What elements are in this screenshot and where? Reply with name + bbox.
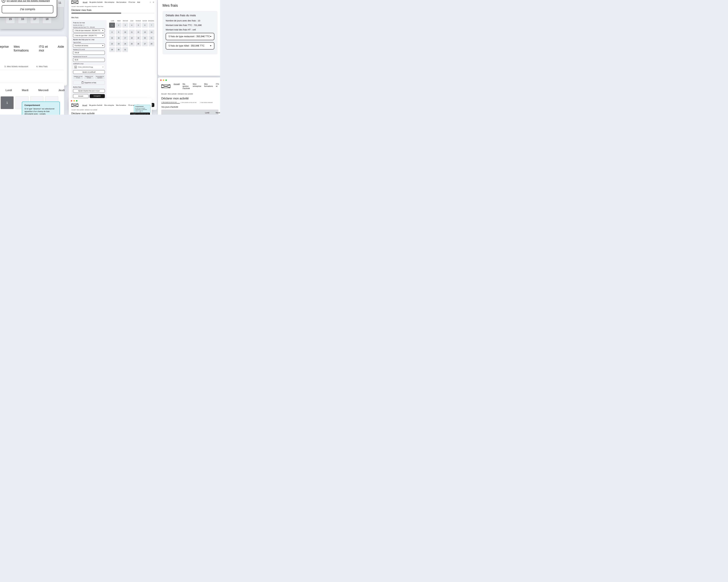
nav-item[interactable]: Mes formations (116, 105, 126, 106)
trash-icon (82, 82, 83, 84)
calendar-day[interactable]: 2 (116, 23, 122, 28)
calendar-day[interactable]: 12 (135, 30, 141, 35)
dropdown-label: 5 frais de type hôtel : 350,94€ TTC (168, 45, 204, 47)
step-label[interactable]: 3. Mes tickets restaurant (200, 102, 218, 103)
dropdown-label: 5 frais de type restaurant : 350,94€ TTC (168, 35, 210, 38)
nav-item[interactable]: ITG et moi (128, 1, 135, 3)
user-icon[interactable]: ☺ (153, 1, 154, 3)
day-label: Lundi (5, 89, 12, 92)
max-dot-icon[interactable] (76, 100, 77, 102)
day-label: Mardi (216, 112, 220, 114)
calendar-day[interactable]: 5 (135, 23, 141, 28)
fee-type-select[interactable]: Fourniture de bureau (73, 44, 105, 48)
nav-item[interactable]: Ma gestion d'activité (89, 105, 102, 106)
page-title: Mes frais (162, 3, 220, 8)
section-title: Vos jours d'activité (161, 106, 218, 108)
calendar-day[interactable]: 22 (109, 41, 115, 46)
min-dot-icon[interactable] (163, 79, 164, 81)
nav-item[interactable]: ITG et (216, 83, 219, 89)
calendar-day[interactable]: 1 (109, 23, 115, 28)
add-proof-button[interactable]: Ajouter un justificatif (73, 70, 105, 74)
day-label: Mardi (115, 20, 122, 22)
dropdown-label: 1 frais de type restaurant : 250,94€ TTC (75, 30, 100, 31)
fee-dropdown-hotel[interactable]: 1 frais de type hôtel : 100,00€ TTC (73, 34, 105, 37)
close-dot-icon[interactable] (160, 79, 162, 81)
calendar-day[interactable]: 31 (122, 47, 128, 52)
nav-item[interactable]: Ma gestion d'activité (89, 1, 103, 3)
calendar-day[interactable]: 9 (116, 30, 122, 35)
calendar-day[interactable]: 13 (142, 30, 148, 35)
calendar-day[interactable]: 18 (129, 35, 134, 40)
summary-line: Montant total des frais HT : xx€ (166, 28, 214, 31)
nav-item[interactable]: Mes formations (14, 45, 34, 52)
calendar-day[interactable]: 25 (129, 41, 134, 46)
calendar-day[interactable]: 17 (122, 35, 128, 40)
duplicate-month-button[interactable]: Dupliquer sur tout le mois (73, 75, 83, 79)
duplicate-week-button[interactable]: Dupliquer sur la semaine (84, 75, 94, 79)
day-label: Dimanche (148, 20, 154, 22)
calendar-day[interactable]: 28 (149, 41, 154, 46)
calendar-day[interactable]: 7 (149, 23, 154, 28)
custom-duplicate-button[interactable]: Personnaliser la duplication (95, 75, 105, 79)
save-continue-pill[interactable]: Enregistrer et poursuivre plus tard (130, 113, 150, 115)
input-value: 40,45 (75, 59, 78, 61)
calendar-day[interactable]: 16 (116, 35, 122, 40)
calendar-day[interactable]: 27 (142, 41, 148, 46)
delete-fee-button[interactable]: Supprimer ce frais (73, 81, 105, 85)
nav-item[interactable]: Mes formations (116, 1, 126, 3)
step-label[interactable]: 2. Mon activité du mois de mai (181, 102, 199, 103)
amount-tva-input[interactable]: 40,45 (73, 58, 105, 62)
summary-dropdown-hotel[interactable]: 5 frais de type hôtel : 350,94€ TTC (166, 42, 214, 50)
save-button[interactable]: Enregistrer (90, 94, 105, 98)
nav-item[interactable]: Ma gestion d'activité (183, 83, 190, 89)
min-dot-icon[interactable] (73, 100, 75, 102)
close-dot-icon[interactable] (71, 100, 72, 102)
calendar-day[interactable]: 4 (129, 23, 134, 28)
calendar-day[interactable]: 21 (149, 35, 154, 40)
calendar-cell[interactable]: 1 (1, 96, 14, 109)
bell-icon[interactable]: ♤ (150, 1, 151, 3)
calendar-day[interactable]: 24 (122, 41, 128, 46)
calendar-day[interactable]: 11 (129, 30, 134, 35)
progress-bar (71, 13, 154, 13)
calendar-day[interactable]: 20 (142, 35, 148, 40)
calendar-day[interactable]: 14 (149, 30, 154, 35)
calendar-day[interactable]: 3 (122, 23, 128, 28)
remove-file-icon[interactable]: ✕ (102, 66, 104, 68)
nav-item[interactable]: Aide (58, 45, 64, 52)
nav-item[interactable]: Mes formations (204, 83, 213, 89)
nav-item[interactable]: Aide (137, 1, 140, 3)
note-body: Au clic sur le bouton Paramètres, le pan… (135, 108, 149, 112)
nav-item[interactable]: Mon entreprise (104, 105, 114, 106)
nav-item[interactable]: Accueil (174, 83, 180, 89)
add-other-fee-button[interactable]: Ajouter d'autres frais pour ce jour (73, 89, 105, 93)
amount-ttc-input[interactable]: 244,48 (73, 51, 105, 55)
nav-item[interactable]: Mon entreprise (105, 1, 114, 3)
summary-dropdown-restaurant[interactable]: 5 frais de type restaurant : 350,94€ TTC (166, 33, 214, 40)
calendar-day[interactable]: 29 (109, 47, 115, 52)
nav-item[interactable]: Accueil (83, 1, 87, 3)
calendar-day[interactable]: 10 (122, 30, 128, 35)
step-label[interactable]: 1. Mon travail du mois de mai (161, 102, 180, 104)
fee-dropdown-restaurant[interactable]: 1 frais de type restaurant : 250,94€ TTC (73, 29, 105, 32)
nav-item[interactable]: eprise (0, 45, 9, 52)
max-dot-icon[interactable] (165, 79, 167, 81)
nav-item[interactable]: Mon entreprise (193, 83, 201, 89)
calendar-day[interactable]: 6 (142, 23, 148, 28)
calendar-day[interactable]: 23 (116, 41, 122, 46)
calendar-day[interactable]: 30 (116, 47, 122, 52)
calendar-day[interactable]: 19 (135, 35, 141, 40)
annotation-note: Comportement Si le type "absence" est sé… (22, 102, 60, 115)
header-fragment: eprise Mes formations ITG et moi Aide 3.… (0, 36, 67, 86)
logo-placeholder (71, 1, 78, 4)
understood-button[interactable]: J'ai compris (2, 5, 53, 13)
calendar-day[interactable]: 15 (109, 35, 115, 40)
cancel-button[interactable]: Annuler (73, 94, 88, 98)
calendar-day[interactable]: 26 (135, 41, 141, 46)
logo-placeholder (161, 85, 171, 88)
fee-count: Nombre de frais : 2 (73, 24, 105, 26)
nav-item[interactable]: Accueil (82, 105, 87, 106)
learn-more-link[interactable]: En savoir plus sur les tickets restauran… (7, 0, 50, 2)
nav-item[interactable]: ITG et moi (39, 45, 53, 52)
calendar-day[interactable]: 8 (109, 30, 115, 35)
